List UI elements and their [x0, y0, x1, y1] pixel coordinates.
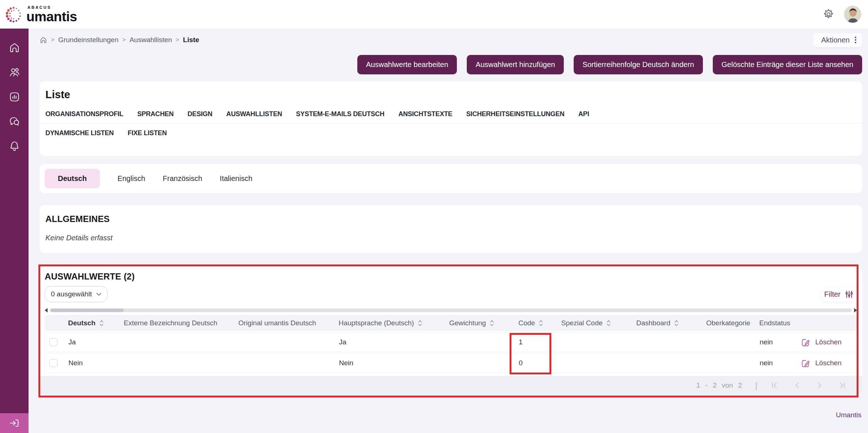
column-header-original-umantis: Original umantis Deutsch	[238, 319, 339, 327]
sidebar-notifications-icon[interactable]	[8, 140, 20, 152]
auswahlwerte-bearbeiten-button[interactable]: Auswahlwerte bearbeiten	[357, 55, 457, 74]
pagination-divider: |	[755, 380, 757, 391]
next-page-icon[interactable]	[816, 382, 823, 389]
title-tabs-card: Liste ORGANISATIONSPROFIL SPRACHEN DESIG…	[40, 81, 862, 156]
row-checkbox[interactable]	[49, 338, 57, 346]
column-header-hauptsprache[interactable]: Hauptsprache (Deutsch)	[339, 319, 449, 327]
cell-hauptsprache: Nein	[339, 359, 450, 367]
sortierreihenfolge-aendern-button[interactable]: Sortierreihenfolge Deutsch ändern	[574, 55, 703, 74]
allgemeines-title: ALLGEMEINES	[45, 214, 856, 224]
filter-button[interactable]: Filter	[821, 287, 857, 301]
tab-sprachen[interactable]: SPRACHEN	[137, 110, 174, 123]
breadcrumb-item-auswahllisten[interactable]: Auswahllisten	[130, 36, 172, 44]
column-header-gewichtung[interactable]: Gewichtung	[449, 319, 518, 327]
pagination-total: 2	[738, 381, 742, 389]
language-tab-franzoesisch[interactable]: Französisch	[163, 174, 202, 183]
pagination-bar: 1 - 2 von 2 |	[40, 376, 862, 395]
settings-gear-icon[interactable]	[823, 8, 834, 20]
last-page-icon[interactable]	[839, 382, 846, 389]
pagination-dash: -	[705, 381, 708, 389]
breadcrumb-home-icon[interactable]	[40, 36, 47, 44]
scroll-right-arrow-icon[interactable]	[854, 308, 857, 312]
user-avatar[interactable]	[844, 5, 861, 23]
column-header-deutsch[interactable]: Deutsch	[68, 319, 124, 327]
aktionen-button[interactable]: Aktionen	[813, 33, 862, 47]
aktionen-label: Aktionen	[821, 36, 850, 44]
tab-api[interactable]: API	[578, 110, 589, 123]
filter-label: Filter	[824, 290, 841, 299]
tab-ansichtstexte[interactable]: ANSICHTSTEXTE	[398, 110, 452, 123]
brand-logo[interactable]: ABACUS umantis	[4, 5, 77, 23]
sort-icon	[99, 319, 104, 327]
breadcrumb-separator: >	[51, 36, 55, 44]
sort-icon	[418, 319, 422, 327]
geloeschte-eintraege-button[interactable]: Gelöschte Einträge dieser Liste ansehen	[713, 55, 862, 74]
table-row: Nein Nein 0 nein Löschen	[45, 353, 857, 373]
allgemeines-card: ALLGEMEINES Keine Details erfasst	[40, 205, 862, 253]
sidebar-people-icon[interactable]	[8, 66, 20, 78]
cell-hauptsprache: Ja	[339, 338, 450, 346]
edit-icon[interactable]	[801, 337, 810, 347]
loeschen-link[interactable]: Löschen	[815, 359, 842, 367]
pagination-of-label: von	[722, 381, 733, 389]
breadcrumb: > Grundeinstellungen > Auswahllisten > L…	[40, 36, 199, 44]
tab-fixe-listen[interactable]: FIXE LISTEN	[128, 129, 167, 142]
horizontal-scrollbar[interactable]	[45, 308, 857, 312]
cell-code: 1	[519, 338, 562, 346]
sort-icon	[606, 319, 611, 327]
breadcrumb-item-grundeinstellungen[interactable]: Grundeinstellungen	[58, 36, 119, 44]
cell-endstatus: nein	[760, 338, 798, 346]
cell-endstatus: nein	[760, 359, 798, 367]
scroll-left-arrow-icon[interactable]	[45, 308, 48, 312]
previous-page-icon[interactable]	[793, 382, 801, 389]
selection-count-label: 0 ausgewählt	[51, 290, 92, 298]
logout-button[interactable]	[0, 413, 29, 433]
selection-count-dropdown[interactable]: 0 ausgewählt	[45, 286, 108, 302]
tab-dynamische-listen[interactable]: DYNAMISCHE LISTEN	[45, 129, 114, 142]
column-header-externe-bezeichnung: Externe Bezeichnung Deutsch	[124, 319, 238, 327]
tab-sicherheitseinstellungen[interactable]: SICHERHEITSEINSTELLUNGEN	[466, 110, 565, 123]
breadcrumb-separator: >	[122, 36, 126, 44]
page-action-buttons: Auswahlwerte bearbeiten Auswahlwert hinz…	[357, 55, 862, 74]
top-header: ABACUS umantis	[0, 0, 868, 29]
edit-icon[interactable]	[801, 358, 810, 368]
tab-auswahllisten[interactable]: AUSWAHLLISTEN	[226, 110, 282, 123]
language-tab-deutsch-active[interactable]: Deutsch	[45, 169, 100, 188]
scrollbar-thumb[interactable]	[51, 308, 124, 312]
breadcrumb-separator: >	[176, 36, 179, 44]
column-header-dashboard[interactable]: Dashboard	[636, 319, 706, 327]
first-page-icon[interactable]	[771, 382, 778, 389]
umantis-footer-link[interactable]: Umantis	[836, 411, 861, 419]
brand-umantis-label: umantis	[26, 10, 77, 23]
pagination-end: 2	[713, 381, 717, 389]
tabs-divider	[40, 123, 862, 123]
table-row: Ja Ja 1 nein Löschen	[45, 332, 857, 352]
sidebar-chat-icon[interactable]	[8, 115, 20, 127]
sort-icon	[539, 319, 543, 327]
column-header-code[interactable]: Code	[518, 319, 561, 327]
settings-tabs-row2: DYNAMISCHE LISTEN FIXE LISTEN	[45, 129, 856, 142]
tab-system-emails-deutsch[interactable]: SYSTEM-E-MAILS DEUTSCH	[296, 110, 385, 123]
brand-abacus-label: ABACUS	[27, 5, 77, 10]
sidebar-analytics-icon[interactable]	[8, 91, 20, 103]
sort-icon	[489, 319, 494, 327]
breadcrumb-item-liste: Liste	[183, 36, 199, 44]
tab-design[interactable]: DESIGN	[187, 110, 212, 123]
language-tab-italienisch[interactable]: Italienisch	[220, 174, 252, 183]
column-header-endstatus: Endstatus	[759, 319, 797, 327]
column-header-spezial-code[interactable]: Spezial Code	[561, 319, 636, 327]
scrollbar-track[interactable]	[50, 308, 852, 312]
kebab-menu-icon	[855, 37, 856, 43]
chevron-down-icon	[96, 293, 101, 296]
auswahlwerte-card: AUSWAHLWERTE (2) 0 ausgewählt Filter	[40, 266, 862, 395]
sidebar-home-icon[interactable]	[8, 42, 20, 53]
pagination-start: 1	[696, 381, 700, 389]
tab-organisationsprofil[interactable]: ORGANISATIONSPROFIL	[45, 110, 123, 123]
loeschen-link[interactable]: Löschen	[815, 338, 842, 346]
table-header-row: Deutsch Externe Bezeichnung Deutsch Orig…	[45, 315, 857, 331]
row-checkbox[interactable]	[49, 359, 57, 367]
language-tab-englisch[interactable]: Englisch	[118, 174, 145, 183]
settings-tabs-row1: ORGANISATIONSPROFIL SPRACHEN DESIGN AUSW…	[45, 110, 856, 123]
auswahlwert-hinzufuegen-button[interactable]: Auswahlwert hinzufügen	[467, 55, 564, 74]
cell-deutsch: Ja	[68, 338, 124, 346]
